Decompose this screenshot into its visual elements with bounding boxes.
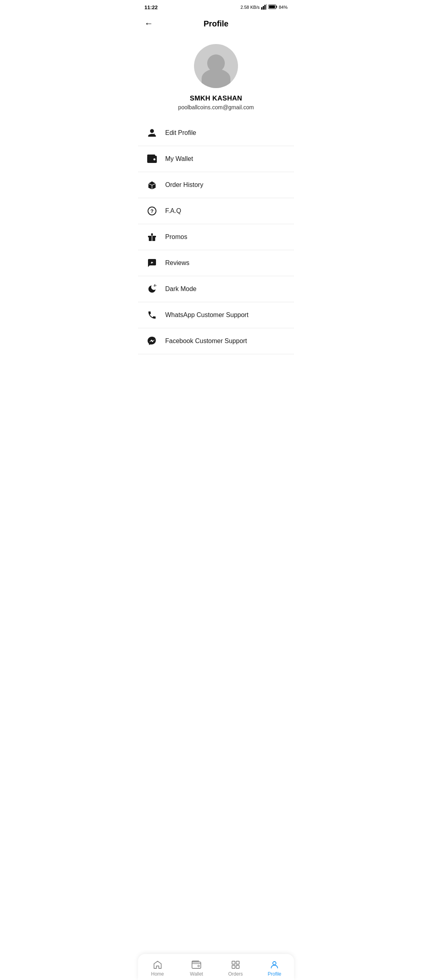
user-email: poolballcoins.com@gmail.com	[178, 104, 254, 110]
gift-icon	[146, 231, 158, 243]
svg-rect-5	[276, 6, 277, 8]
status-bar: 11:22 2.58 KB/s 84%	[138, 0, 294, 13]
menu-item-dark-mode[interactable]: Dark Mode	[138, 276, 294, 302]
back-button[interactable]: ←	[144, 17, 156, 30]
menu-item-edit-profile[interactable]: Edit Profile	[138, 120, 294, 146]
status-time: 11:22	[144, 4, 158, 10]
page-title: Profile	[204, 19, 228, 28]
svg-rect-6	[269, 6, 275, 8]
message-edit-icon	[146, 257, 158, 269]
menu-item-whatsapp-support[interactable]: WhatsApp Customer Support	[138, 302, 294, 328]
svg-line-18	[156, 285, 156, 286]
menu-item-faq[interactable]: ? F.A.Q	[138, 198, 294, 224]
svg-rect-1	[263, 6, 264, 10]
question-circle-icon: ?	[146, 205, 158, 217]
phone-icon	[146, 309, 158, 321]
avatar	[194, 44, 238, 88]
svg-rect-0	[261, 7, 262, 10]
svg-rect-2	[264, 5, 266, 10]
menu-item-order-history[interactable]: Order History	[138, 172, 294, 198]
menu-label-dark-mode: Dark Mode	[165, 285, 196, 293]
signal-icon	[261, 4, 267, 10]
svg-point-17	[154, 285, 155, 287]
wallet-icon	[146, 153, 158, 165]
app-header: ← Profile	[138, 13, 294, 36]
menu-label-facebook-support: Facebook Customer Support	[165, 337, 247, 345]
menu-label-whatsapp-support: WhatsApp Customer Support	[165, 311, 248, 319]
menu-item-facebook-support[interactable]: Facebook Customer Support	[138, 328, 294, 354]
menu-item-promos[interactable]: Promos	[138, 224, 294, 250]
menu-item-reviews[interactable]: Reviews	[138, 250, 294, 276]
dark-mode-icon	[146, 283, 158, 295]
user-name: SMKH KASHAN	[190, 94, 242, 102]
person-edit-icon	[146, 127, 158, 139]
network-speed: 2.58 KB/s	[240, 5, 260, 10]
battery-percent: 84%	[279, 5, 288, 10]
menu-label-faq: F.A.Q	[165, 207, 181, 215]
svg-text:?: ?	[150, 208, 154, 214]
menu-label-my-wallet: My Wallet	[165, 155, 193, 163]
menu-label-reviews: Reviews	[165, 259, 189, 267]
box-icon	[146, 179, 158, 191]
avatar-body	[202, 69, 230, 88]
menu-label-promos: Promos	[165, 233, 187, 241]
svg-point-9	[154, 159, 156, 161]
menu-label-order-history: Order History	[165, 181, 203, 189]
profile-section: SMKH KASHAN poolballcoins.com@gmail.com	[138, 36, 294, 120]
menu-label-edit-profile: Edit Profile	[165, 129, 196, 137]
avatar-silhouette	[199, 52, 233, 88]
svg-rect-3	[266, 4, 267, 10]
battery-icon	[268, 4, 277, 10]
messenger-icon	[146, 335, 158, 347]
menu-list: Edit Profile My Wallet Ord	[138, 120, 294, 354]
svg-line-19	[154, 284, 155, 285]
menu-item-my-wallet[interactable]: My Wallet	[138, 146, 294, 172]
svg-rect-8	[147, 155, 155, 157]
status-icons: 2.58 KB/s 84%	[240, 4, 288, 10]
